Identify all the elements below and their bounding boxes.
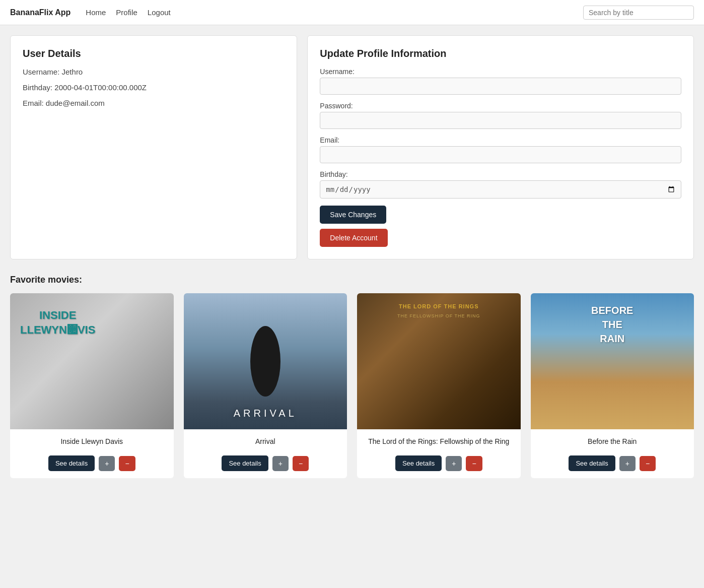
movie-actions: See details + − — [357, 451, 521, 478]
nav-profile[interactable]: Profile — [116, 8, 137, 17]
favorites-section: Favorite movies: Inside Llewyn Davis See… — [10, 275, 694, 478]
email-input[interactable] — [320, 146, 681, 163]
email-group: Email: — [320, 136, 681, 163]
movie-card: Arrival See details + − — [184, 293, 347, 478]
remove-favorite-button[interactable]: − — [640, 456, 656, 471]
nav-logout[interactable]: Logout — [148, 8, 171, 17]
user-details-card: User Details Username: Jethro Birthday: … — [10, 35, 297, 259]
main-content: User Details Username: Jethro Birthday: … — [0, 25, 704, 488]
movie-card: Before the Rain See details + − — [531, 293, 694, 478]
remove-favorite-button[interactable]: − — [466, 456, 482, 471]
remove-favorite-button[interactable]: − — [119, 456, 135, 471]
see-details-button[interactable]: See details — [222, 455, 268, 471]
save-changes-button[interactable]: Save Changes — [320, 206, 386, 224]
movie-title: The Lord of the Rings: Fellowship of the… — [357, 429, 521, 451]
password-group: Password: — [320, 102, 681, 129]
movie-poster-before-the-rain — [531, 293, 694, 429]
favorites-title: Favorite movies: — [10, 275, 694, 285]
top-section: User Details Username: Jethro Birthday: … — [10, 35, 694, 259]
movies-grid: Inside Llewyn Davis See details + − Arri… — [10, 293, 694, 478]
nav-links: Home Profile Logout — [86, 8, 583, 17]
delete-account-button[interactable]: Delete Account — [320, 229, 387, 247]
search-container — [583, 6, 694, 20]
movie-title: Before the Rain — [531, 429, 694, 451]
movie-poster-arrival — [184, 293, 347, 429]
movie-card: The Lord of the Rings: Fellowship of the… — [357, 293, 521, 478]
username-label: Username: — [320, 68, 681, 76]
movie-poster-lotr — [357, 293, 521, 429]
nav-home[interactable]: Home — [86, 8, 106, 17]
movie-actions: See details + − — [10, 451, 174, 478]
password-label: Password: — [320, 102, 681, 110]
search-input[interactable] — [583, 6, 694, 20]
navbar: BananaFlix App Home Profile Logout — [0, 0, 704, 25]
app-brand: BananaFlix App — [10, 8, 71, 17]
user-username: Username: Jethro — [23, 68, 285, 76]
username-group: Username: — [320, 68, 681, 95]
user-birthday: Birthday: 2000-04-01T00:00:00.000Z — [23, 83, 285, 92]
movie-card: Inside Llewyn Davis See details + − — [10, 293, 174, 478]
birthday-label: Birthday: — [320, 170, 681, 178]
see-details-button[interactable]: See details — [48, 455, 95, 471]
user-details-title: User Details — [23, 48, 285, 59]
movie-actions: See details + − — [531, 451, 694, 478]
birthday-input[interactable] — [320, 180, 681, 199]
username-input[interactable] — [320, 78, 681, 95]
see-details-button[interactable]: See details — [395, 455, 442, 471]
password-input[interactable] — [320, 112, 681, 129]
add-favorite-button[interactable]: + — [272, 456, 289, 471]
update-profile-title: Update Profile Information — [320, 48, 681, 59]
movie-title: Arrival — [184, 429, 347, 451]
remove-favorite-button[interactable]: − — [293, 456, 309, 471]
movie-actions: See details + − — [184, 451, 347, 478]
update-profile-card: Update Profile Information Username: Pas… — [307, 35, 694, 259]
birthday-group: Birthday: — [320, 170, 681, 199]
movie-poster-inside-llewyn-davis — [10, 293, 174, 429]
user-email: Email: dude@email.com — [23, 99, 285, 107]
email-label: Email: — [320, 136, 681, 144]
see-details-button[interactable]: See details — [569, 455, 615, 471]
add-favorite-button[interactable]: + — [99, 456, 115, 471]
add-favorite-button[interactable]: + — [619, 456, 636, 471]
add-favorite-button[interactable]: + — [446, 456, 462, 471]
movie-title: Inside Llewyn Davis — [10, 429, 174, 451]
